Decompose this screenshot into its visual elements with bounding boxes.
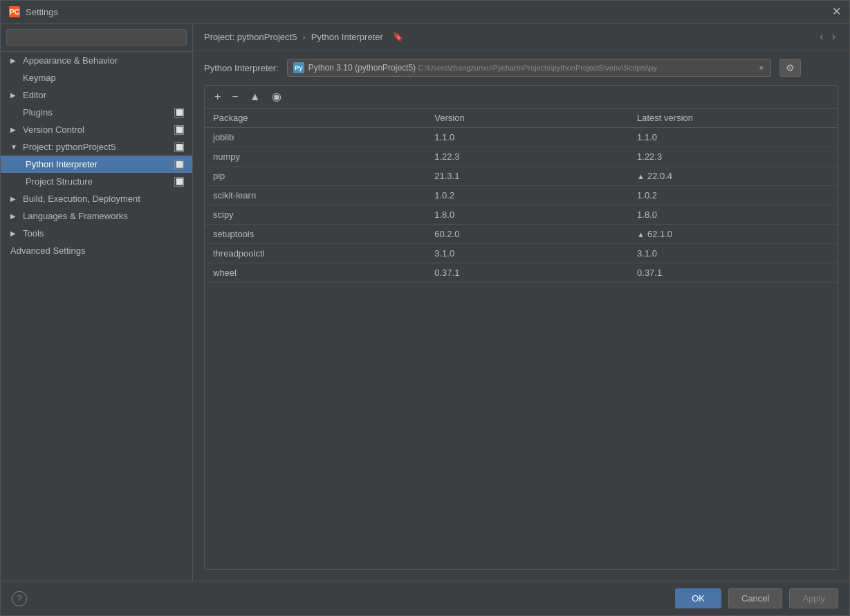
sidebar-item-editor[interactable]: ▶ Editor bbox=[1, 86, 192, 104]
col-header-version[interactable]: Version bbox=[426, 109, 629, 128]
sidebar-item-label: Advanced Settings bbox=[10, 245, 85, 256]
cell-package: wheel bbox=[205, 263, 426, 283]
table-row[interactable]: numpy1.22.31.22.3 bbox=[205, 147, 838, 167]
sidebar-item-project-structure[interactable]: Project Structure ⬜ bbox=[1, 173, 192, 190]
interpreter-dropdown[interactable]: Py Python 3.10 (pythonProject5) C:\Users… bbox=[287, 59, 771, 77]
plugin-icon: ⬜ bbox=[174, 108, 184, 118]
dialog-title: Settings bbox=[26, 7, 58, 17]
table-row[interactable]: joblib1.1.01.1.0 bbox=[205, 128, 838, 147]
sidebar-item-advanced[interactable]: Advanced Settings bbox=[1, 242, 192, 259]
main-panel: Project: pythonProject5 › Python Interpr… bbox=[193, 24, 849, 581]
nav-back-button[interactable]: ‹ bbox=[817, 30, 826, 43]
table-row[interactable]: wheel0.37.10.37.1 bbox=[205, 263, 838, 283]
search-bar bbox=[1, 24, 192, 52]
cell-latest: 1.8.0 bbox=[629, 205, 838, 225]
bookmark-icon: 🔖 bbox=[393, 32, 403, 41]
sidebar-item-label: Appearance & Behavior bbox=[23, 55, 118, 66]
packages-table: Package Version Latest version joblib1.1… bbox=[205, 109, 838, 569]
table-row[interactable]: setuptools60.2.0▲ 62.1.0 bbox=[205, 225, 838, 244]
vcs-icon: ⬜ bbox=[174, 125, 184, 135]
table-row[interactable]: threadpoolctl3.1.03.1.0 bbox=[205, 244, 838, 263]
show-options-button[interactable]: ◉ bbox=[268, 90, 286, 104]
breadcrumb-nav: ‹ › bbox=[817, 30, 838, 43]
packages-toolbar: + − ▲ ◉ bbox=[205, 86, 838, 109]
cell-version: 3.1.0 bbox=[426, 244, 629, 263]
sidebar-item-label: Keymap bbox=[23, 73, 56, 83]
chevron-right-icon: ▶ bbox=[10, 126, 19, 133]
search-input[interactable] bbox=[6, 29, 187, 46]
chevron-right-icon: ▶ bbox=[10, 195, 19, 203]
table-header-row: Package Version Latest version bbox=[205, 109, 838, 128]
interpreter-row: Python Interpreter: Py Python 3.10 (pyth… bbox=[193, 50, 849, 85]
cell-latest: ▲ 62.1.0 bbox=[629, 225, 838, 244]
sidebar-item-tools[interactable]: ▶ Tools bbox=[1, 225, 192, 242]
cell-version: 60.2.0 bbox=[426, 225, 629, 244]
chevron-right-icon: ▶ bbox=[10, 212, 19, 220]
close-button[interactable]: ✕ bbox=[832, 6, 841, 17]
breadcrumb-parent: Project: pythonProject5 bbox=[204, 32, 297, 42]
chevron-down-icon: ▼ bbox=[10, 143, 19, 151]
packages-area: + − ▲ ◉ Package Version Latest version bbox=[204, 85, 838, 570]
interpreter-label: Python Interpreter: bbox=[204, 63, 279, 73]
sidebar-item-label: Plugins bbox=[23, 107, 53, 118]
breadcrumb: Project: pythonProject5 › Python Interpr… bbox=[193, 24, 849, 50]
sidebar-item-label: Tools bbox=[23, 228, 44, 239]
cell-package: pip bbox=[205, 167, 426, 186]
cell-latest: 1.0.2 bbox=[629, 186, 838, 205]
add-package-button[interactable]: + bbox=[210, 90, 225, 104]
cancel-button[interactable]: Cancel bbox=[728, 588, 782, 608]
sidebar-item-label: Build, Execution, Deployment bbox=[23, 194, 140, 204]
sidebar-item-languages[interactable]: ▶ Languages & Frameworks bbox=[1, 207, 192, 225]
col-header-package[interactable]: Package bbox=[205, 109, 426, 128]
move-up-button[interactable]: ▲ bbox=[246, 90, 265, 104]
breadcrumb-current: Python Interpreter bbox=[311, 32, 383, 42]
table-row[interactable]: scipy1.8.01.8.0 bbox=[205, 205, 838, 225]
table-row[interactable]: pip21.3.1▲ 22.0.4 bbox=[205, 167, 838, 186]
sidebar-item-label: Languages & Frameworks bbox=[23, 211, 128, 221]
cell-version: 1.8.0 bbox=[426, 205, 629, 225]
sidebar-item-label: Version Control bbox=[23, 124, 84, 135]
chevron-right-icon: ▶ bbox=[10, 230, 19, 237]
nav-forward-button[interactable]: › bbox=[829, 30, 838, 43]
cell-package: setuptools bbox=[205, 225, 426, 244]
sidebar-item-project[interactable]: ▼ Project: pythonProject5 ⬜ bbox=[1, 138, 192, 156]
gear-button[interactable]: ⚙ bbox=[779, 59, 801, 77]
sidebar-item-appearance[interactable]: ▶ Appearance & Behavior bbox=[1, 52, 192, 69]
chevron-right-icon: ▶ bbox=[10, 91, 19, 99]
sidebar-item-label: Editor bbox=[23, 90, 46, 100]
title-bar: PC Settings ✕ bbox=[1, 1, 849, 24]
cell-version: 1.0.2 bbox=[426, 186, 629, 205]
apply-button[interactable]: Apply bbox=[789, 588, 838, 608]
breadcrumb-separator: › bbox=[302, 32, 305, 42]
sidebar-item-build[interactable]: ▶ Build, Execution, Deployment bbox=[1, 190, 192, 207]
cell-version: 1.1.0 bbox=[426, 128, 629, 147]
cell-version: 21.3.1 bbox=[426, 167, 629, 186]
cell-version: 0.37.1 bbox=[426, 263, 629, 283]
update-arrow-icon: ▲ bbox=[637, 172, 645, 180]
cell-latest: 0.37.1 bbox=[629, 263, 838, 283]
cell-latest: 1.22.3 bbox=[629, 147, 838, 167]
cell-latest: 3.1.0 bbox=[629, 244, 838, 263]
sidebar-item-plugins[interactable]: Plugins ⬜ bbox=[1, 104, 192, 121]
chevron-down-icon: ▼ bbox=[758, 64, 765, 72]
cell-package: threadpoolctl bbox=[205, 244, 426, 263]
interpreter-icon: ⬜ bbox=[174, 160, 184, 169]
sidebar-item-keymap[interactable]: Keymap bbox=[1, 69, 192, 86]
sidebar-item-label: Project: pythonProject5 bbox=[23, 142, 116, 152]
nav-tree: ▶ Appearance & Behavior Keymap ▶ Editor … bbox=[1, 52, 192, 581]
structure-icon: ⬜ bbox=[174, 177, 184, 187]
cell-latest: ▲ 22.0.4 bbox=[629, 167, 838, 186]
remove-package-button[interactable]: − bbox=[228, 90, 242, 104]
table-row[interactable]: scikit-learn1.0.21.0.2 bbox=[205, 186, 838, 205]
update-arrow-icon: ▲ bbox=[637, 230, 645, 239]
sidebar-item-python-interpreter[interactable]: Python Interpreter ⬜ bbox=[1, 156, 192, 173]
sidebar-item-label: Project Structure bbox=[26, 176, 93, 187]
sidebar-item-version-control[interactable]: ▶ Version Control ⬜ bbox=[1, 121, 192, 138]
cell-package: scipy bbox=[205, 205, 426, 225]
help-button[interactable]: ? bbox=[12, 591, 27, 606]
cell-package: scikit-learn bbox=[205, 186, 426, 205]
col-header-latest[interactable]: Latest version bbox=[629, 109, 838, 128]
ok-button[interactable]: OK bbox=[675, 588, 721, 608]
sidebar-item-label: Python Interpreter bbox=[26, 159, 98, 169]
python-icon: Py bbox=[293, 62, 304, 73]
